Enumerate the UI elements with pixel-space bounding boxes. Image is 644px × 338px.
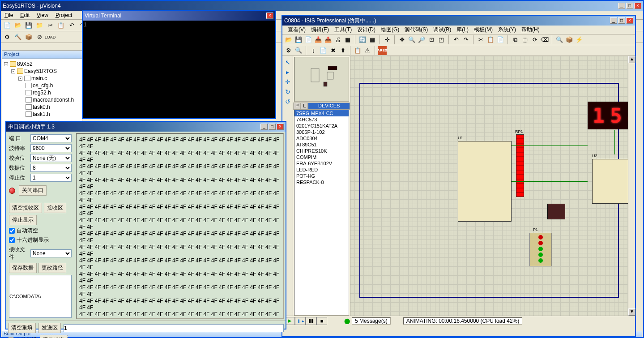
- change-path-button[interactable]: 更改路径: [38, 263, 66, 273]
- erc-icon[interactable]: ⚠: [363, 46, 372, 55]
- vterm-content[interactable]: 1: [83, 21, 275, 118]
- cut-icon[interactable]: ✂: [46, 21, 55, 30]
- project-tree[interactable]: -89X52 -Easy51RTOS -main.c os_cfg.h reg5…: [2, 59, 82, 120]
- origin-icon[interactable]: ✛: [383, 35, 392, 44]
- tx-input[interactable]: [64, 324, 284, 332]
- menu-tools[interactable]: 工具(T): [333, 26, 354, 34]
- tree-file[interactable]: os_cfg.h: [33, 82, 53, 89]
- menu-system[interactable]: 系统(Y): [496, 26, 518, 34]
- block-delete-icon[interactable]: ⌫: [540, 35, 549, 44]
- manual-send-button[interactable]: 手动发送: [40, 335, 68, 338]
- pick-icon[interactable]: 🔍: [555, 35, 564, 44]
- menu-graph[interactable]: 绘图(G): [379, 26, 401, 34]
- compim-connector[interactable]: [529, 233, 552, 266]
- cut-icon[interactable]: ✂: [476, 35, 485, 44]
- component-mode-icon[interactable]: ▸: [283, 68, 292, 77]
- bom-icon[interactable]: 📋: [353, 46, 362, 55]
- port-select[interactable]: COM4: [30, 134, 72, 142]
- warning-icon[interactable]: ⬤: [344, 318, 350, 324]
- delete-sheet-icon[interactable]: ✖: [328, 46, 337, 55]
- serial-rx-area[interactable]: 4F 4F 4F 4F 4F 4F 4F 4F 4F 4F 4F 4F 4F 4…: [76, 133, 284, 319]
- clear-rx-button[interactable]: 清空接收区: [9, 203, 42, 213]
- device-item[interactable]: 0201YC151KAT2A: [294, 123, 349, 129]
- close-button[interactable]: ×: [266, 13, 273, 19]
- serial-titlebar[interactable]: 串口调试小助手 1.3 _ □ ×: [6, 122, 286, 132]
- tree-file[interactable]: reg52.h: [33, 89, 51, 96]
- proteus-titlebar[interactable]: C0804 - ISIS Professional (仿真中......) _ …: [282, 16, 635, 26]
- menu-debug[interactable]: 调试(B): [431, 26, 453, 34]
- chip-small[interactable]: [547, 204, 565, 219]
- saveall-icon[interactable]: 📁: [35, 21, 44, 30]
- menu-template[interactable]: 模板(M): [472, 26, 495, 34]
- block-rotate-icon[interactable]: ⟳: [530, 35, 539, 44]
- rotate-cw-icon[interactable]: ↻: [283, 87, 292, 96]
- menu-view[interactable]: View: [37, 12, 48, 18]
- build-icon[interactable]: ⚙: [3, 33, 12, 42]
- menu-view[interactable]: 查看(V): [286, 26, 307, 34]
- save-icon[interactable]: 💾: [24, 21, 33, 30]
- stop-build-icon[interactable]: ⊘: [35, 33, 44, 42]
- exit-root-icon[interactable]: ⬆: [338, 46, 347, 55]
- device-item[interactable]: RESPACK-8: [294, 179, 349, 185]
- stop-button[interactable]: ■: [316, 317, 327, 325]
- menu-project[interactable]: Project: [55, 12, 72, 18]
- auto-clear-checkbox[interactable]: [9, 228, 15, 234]
- refresh-icon[interactable]: 🔄: [358, 35, 367, 44]
- maximize-button[interactable]: □: [269, 124, 276, 130]
- undo-icon[interactable]: ↶: [452, 35, 461, 44]
- minimize-button[interactable]: _: [260, 124, 268, 130]
- databits-select[interactable]: 8: [30, 164, 72, 172]
- device-item[interactable]: CHIPRES10K: [294, 148, 349, 154]
- new-sheet-icon[interactable]: 📄: [319, 46, 328, 55]
- new-icon[interactable]: 📄: [3, 21, 12, 30]
- export-icon[interactable]: 📤: [324, 35, 333, 44]
- overview-window[interactable]: [294, 57, 349, 102]
- resistor-pack-rp1[interactable]: [516, 134, 524, 197]
- close-button[interactable]: ×: [634, 3, 641, 9]
- tab-l[interactable]: L: [301, 103, 308, 110]
- device-item[interactable]: 3005P-1-102: [294, 129, 349, 135]
- tree-file[interactable]: macroandconst.h: [33, 96, 74, 103]
- baud-select[interactable]: 9600: [30, 144, 72, 152]
- search-icon[interactable]: 🔍: [294, 46, 303, 55]
- pan-icon[interactable]: ✥: [397, 35, 406, 44]
- paste-icon[interactable]: 📄: [496, 35, 505, 44]
- menu-file[interactable]: File: [4, 12, 13, 18]
- import-icon[interactable]: 📥: [314, 35, 323, 44]
- tree-file[interactable]: task0.h: [33, 103, 50, 111]
- grid-icon[interactable]: ▦: [368, 35, 377, 44]
- area-icon[interactable]: ▦: [343, 35, 352, 44]
- device-item[interactable]: AT89C51: [294, 141, 349, 148]
- scroll-up-icon[interactable]: ▲: [628, 56, 635, 63]
- wire-autoroute-icon[interactable]: ⚙: [284, 46, 293, 55]
- chip-u2-adc0804[interactable]: [592, 159, 628, 204]
- menu-help[interactable]: 帮助(H): [520, 26, 542, 34]
- tree-toggle-icon[interactable]: -: [18, 77, 22, 81]
- uvision-titlebar[interactable]: Easy51RTOS - µVision4 _ □ ×: [1, 1, 643, 11]
- tree-root[interactable]: 89X52: [17, 60, 33, 68]
- menu-library[interactable]: 库(L): [455, 26, 470, 34]
- save-data-button[interactable]: 保存数据: [9, 263, 37, 273]
- maximize-button[interactable]: □: [626, 3, 633, 9]
- download-icon[interactable]: LOAD: [46, 33, 55, 42]
- tab-devices[interactable]: DEVICES: [308, 103, 350, 110]
- copy-icon[interactable]: 📋: [486, 35, 495, 44]
- minimize-button[interactable]: _: [618, 3, 625, 9]
- copy-icon[interactable]: 📋: [56, 21, 65, 30]
- tree-toggle-icon[interactable]: -: [4, 62, 8, 66]
- device-item[interactable]: ADC0804: [294, 135, 349, 141]
- tree-main[interactable]: main.c: [31, 75, 47, 82]
- path-input[interactable]: [9, 275, 72, 318]
- device-item[interactable]: 7SEG-MPX4-CC: [294, 110, 349, 116]
- rebuild-icon[interactable]: 🔨: [13, 33, 22, 42]
- stop-display-button[interactable]: 停止显示: [9, 215, 37, 225]
- schematic-canvas[interactable]: 1 5 8 0 U1 RP1 U2 C1 R9 RV1 P1: [350, 56, 628, 316]
- pause-button[interactable]: ▮▮: [306, 317, 316, 325]
- minimize-button[interactable]: _: [610, 17, 617, 24]
- messages-count[interactable]: 5 Message(s): [352, 317, 391, 325]
- device-item[interactable]: LED-RED: [294, 167, 349, 173]
- open-icon[interactable]: 📂: [13, 21, 22, 30]
- zoom-out-icon[interactable]: 🔎: [417, 35, 426, 44]
- tab-p[interactable]: P: [293, 103, 301, 110]
- property-icon[interactable]: ⫿: [309, 46, 318, 55]
